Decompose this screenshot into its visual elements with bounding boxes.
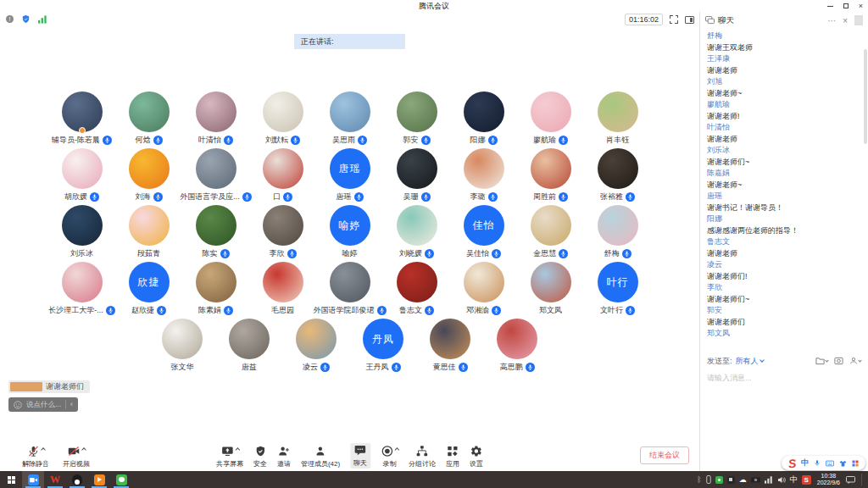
participant-tile[interactable]: 郭安	[383, 92, 450, 148]
chat-input[interactable]	[707, 373, 861, 469]
chat-message-list[interactable]: 舒梅 谢谢王双老师 王泽康 谢谢老师 刘旭 谢谢老师~ 廖航瑜 谢谢老师! 叶清…	[700, 29, 868, 351]
participant-tile[interactable]: 刘乐冰	[48, 205, 115, 262]
participant-tile[interactable]: 口	[249, 148, 316, 205]
camera-tray-icon[interactable]	[751, 476, 760, 483]
file-transfer-button[interactable]	[815, 357, 828, 365]
participant-tile[interactable]: 金思慧	[517, 205, 584, 262]
participant-tile[interactable]: 吴思雨	[316, 92, 383, 148]
participant-tile[interactable]: 阳娜	[450, 92, 517, 148]
toolbox-grid-icon[interactable]	[852, 460, 859, 467]
security-button[interactable]: 安全	[253, 445, 267, 469]
chevron-up-icon[interactable]	[81, 447, 86, 452]
chat-scrollbar[interactable]	[864, 49, 867, 144]
participant-tile[interactable]: 喻婷 喻婷	[316, 205, 383, 262]
invite-button[interactable]: 邀请	[277, 445, 291, 469]
participant-tile[interactable]: 毛思园	[249, 262, 316, 319]
participant-tile[interactable]: 廖航瑜	[517, 92, 584, 148]
speaker-icon[interactable]	[777, 476, 786, 484]
participant-tile[interactable]: 叶行 文叶行	[584, 262, 651, 319]
maximize-icon[interactable]	[843, 3, 849, 8]
apps-button[interactable]: 应用	[446, 445, 459, 469]
participant-tile[interactable]: 凌云	[283, 319, 350, 375]
participant-tile[interactable]: 肖丰钰	[584, 92, 651, 148]
unmute-button[interactable]: 解除静音	[22, 445, 49, 469]
security-shield-icon[interactable]	[21, 14, 31, 24]
quick-chat-input[interactable]: 说点什么... ‹	[8, 397, 78, 412]
participant-tile[interactable]: 黄思佳	[417, 319, 484, 375]
more-icon[interactable]: ···	[827, 16, 836, 25]
network-signal-icon[interactable]	[38, 15, 47, 24]
show-desktop-button[interactable]	[861, 474, 862, 485]
participant-tile[interactable]: 唐益	[216, 319, 283, 375]
participant-tile[interactable]: 刘晓媛	[383, 205, 450, 262]
tray-dark-icon[interactable]	[727, 476, 735, 484]
participant-tile[interactable]: 吴珊	[383, 148, 450, 205]
participant-tile[interactable]: 邓湘渝	[450, 262, 517, 319]
notification-icon[interactable]	[846, 476, 855, 484]
start-video-button[interactable]: 开启视频	[63, 445, 90, 469]
participant-tile[interactable]: 外国语言学及应...	[182, 148, 249, 205]
participant-tile[interactable]: 周胜前	[517, 148, 584, 205]
record-button[interactable]: 录制	[381, 445, 398, 469]
panel-handle[interactable]	[854, 15, 863, 25]
participant-tile[interactable]: 胡欣媛	[48, 148, 115, 205]
layout-icon[interactable]	[685, 16, 694, 24]
participant-tile[interactable]: 长沙理工大学-...	[48, 262, 115, 319]
share-screen-button[interactable]: 共享屏幕	[216, 445, 243, 469]
chevron-up-icon[interactable]	[235, 447, 240, 452]
participant-tile[interactable]: 刘默耘	[249, 92, 316, 148]
sogou-tray-icon[interactable]: S	[802, 475, 811, 485]
participant-tile[interactable]: 辅导员-陈若晨	[48, 92, 115, 148]
start-icon[interactable]	[0, 471, 22, 488]
settings-button[interactable]: 设置	[470, 445, 483, 469]
chevron-up-icon[interactable]	[394, 447, 399, 452]
participant-tile[interactable]: 刘海	[115, 148, 182, 205]
participant-tile[interactable]: 丹凤 王丹凤	[350, 319, 417, 375]
tray-green-icon[interactable]	[715, 476, 723, 484]
manage-members-button[interactable]: 管理成员(42)	[301, 445, 340, 469]
phone-icon[interactable]	[706, 475, 711, 484]
participant-tile[interactable]: 陈实	[182, 205, 249, 262]
participant-tile[interactable]: 佳怡 吴佳怡	[450, 205, 517, 262]
chat-button[interactable]: 聊天	[350, 443, 370, 469]
minimize-icon[interactable]	[827, 6, 833, 7]
participant-tile[interactable]: 舒梅	[584, 205, 651, 262]
keyboard-icon[interactable]	[826, 460, 834, 467]
emoji-icon[interactable]	[14, 401, 22, 409]
taskbar-wechat-app[interactable]	[110, 471, 132, 488]
ime-indicator[interactable]: 中	[790, 475, 798, 484]
participant-tile[interactable]: 张裕雅	[584, 148, 651, 205]
taskbar-clock[interactable]: 10:382022/9/6	[817, 473, 840, 486]
participant-tile[interactable]: 李璐	[450, 148, 517, 205]
participant-tile[interactable]: 叶清怡	[182, 92, 249, 148]
participant-tile[interactable]: 唐瑶 唐瑶	[316, 148, 383, 205]
participant-tile[interactable]: 段茹青	[115, 205, 182, 262]
participant-tile[interactable]: 高思鹏	[484, 319, 551, 375]
participant-tile[interactable]: 何焓	[115, 92, 182, 148]
participant-tile[interactable]: 陈素娟	[182, 262, 249, 319]
chevron-up-icon[interactable]	[41, 447, 46, 452]
participant-tile[interactable]: 郑文凤	[517, 262, 584, 319]
cloud-icon[interactable]: ☁	[739, 475, 747, 484]
end-meeting-button[interactable]: 结束会议	[640, 446, 689, 464]
taskbar-wps-app[interactable]: W	[44, 471, 66, 488]
taskbar-qq-app[interactable]	[66, 471, 88, 488]
fullscreen-icon[interactable]	[670, 15, 678, 24]
signal-tray-icon[interactable]	[765, 476, 773, 484]
participant-tile[interactable]: 欣捷 赵欣捷	[115, 262, 182, 319]
mic-sogou-icon[interactable]	[814, 459, 821, 467]
collapse-icon[interactable]: ‹	[70, 401, 73, 408]
participant-tile[interactable]: 张文华	[149, 319, 216, 375]
mention-member-button[interactable]	[849, 357, 861, 365]
shirt-icon[interactable]	[839, 460, 847, 467]
screenshot-icon[interactable]	[834, 357, 843, 365]
taskbar-video-app[interactable]	[88, 471, 110, 488]
breakout-rooms-button[interactable]: 分组讨论	[409, 445, 436, 469]
ime-zh-icon[interactable]: 中	[801, 458, 809, 469]
taskbar-meeting-app[interactable]	[22, 471, 44, 488]
close-chat-icon[interactable]: ×	[843, 16, 848, 25]
bluetooth-icon[interactable]: ᛒ	[697, 475, 701, 484]
close-icon[interactable]: ×	[859, 3, 863, 10]
participant-tile[interactable]: 外国语学院邱俊珺	[316, 262, 383, 319]
send-to-select[interactable]: 所有人	[736, 356, 764, 367]
